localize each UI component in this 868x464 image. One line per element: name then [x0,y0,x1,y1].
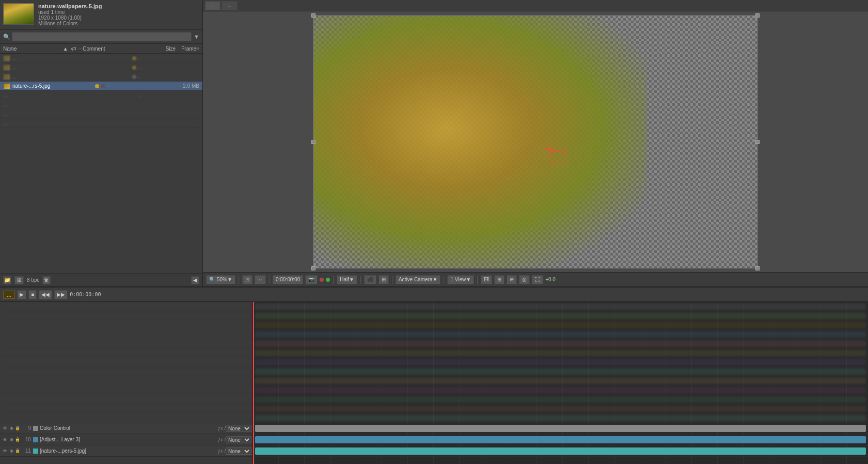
track-bar [255,387,866,393]
more-options-icon[interactable]: ··· [78,46,83,52]
layer-eye-9[interactable]: 👁 [1,425,8,432]
layer-lock-9[interactable]: 🔒 [14,425,21,431]
3d-button[interactable]: ⛶ [532,275,543,284]
overlay-button[interactable]: ⊞ [378,275,389,284]
layer-mode-10[interactable]: None Normal [226,436,251,443]
render-icon: 🎞 [484,277,489,282]
layer-name-10: [Adjust... Layer 3] [40,437,218,442]
file-info: nature-wallpapers-5.jpg used 1 time 1920… [38,3,199,26]
search-input[interactable] [12,32,192,41]
resize-mode-button[interactable]: ↔ [255,275,266,284]
layer-row[interactable] [0,330,252,339]
layer-solo-9[interactable]: ◉ [8,425,14,431]
layer-row[interactable] [0,311,252,321]
item-dot-2 [101,84,105,88]
view-dropdown[interactable]: 1 View ▼ [447,275,474,284]
tl-next-frame-button[interactable]: ▶▶ [54,290,68,299]
handle-top-left[interactable] [311,13,315,18]
track-row [253,302,868,311]
layer-mode-9[interactable]: None Normal [226,425,251,432]
view-label: 1 View [450,277,466,282]
layer-solo-11[interactable]: ◉ [8,448,14,454]
track-bar [255,406,866,412]
layer-row[interactable] [0,339,252,348]
list-item[interactable]: ... [0,109,202,119]
motion-blur-button[interactable]: ◎ [519,275,530,284]
layer-row[interactable] [0,386,252,395]
handle-top-right[interactable] [755,13,760,18]
grid-icon: ⊞ [497,277,501,282]
list-item-selected[interactable]: nature-...rs-5.jpg ··· 2.0 MB [0,82,202,91]
list-item[interactable]: ... ... [0,54,202,63]
layer-row[interactable] [0,358,252,367]
tl-play-button[interactable]: ▶ [17,290,26,299]
layer-row[interactable] [0,302,252,311]
layer-row[interactable] [0,348,252,358]
tl-prev-frame-button[interactable]: ◀◀ [39,290,52,299]
active-camera-dropdown[interactable]: Active Camera ▼ [396,275,440,284]
layer-solo-10[interactable]: ◉ [8,437,14,443]
sort-icon[interactable]: ▲ [62,45,69,52]
tab-comp-active[interactable]: ... [222,1,237,10]
layer-row-9[interactable]: 👁 ◉ 🔒 9 Color Control ƒx / None Normal [0,423,252,434]
list-item[interactable]: ... ... [0,72,202,82]
layer-mode-11[interactable]: None Normal [226,447,251,455]
channel-button[interactable]: ⬛ [364,275,376,284]
search-dropdown-icon[interactable]: ▼ [194,34,199,40]
grid-button[interactable]: ⊞ [494,275,504,284]
layer-switch-icons-11: ƒx / [218,449,226,454]
tab-comp-1[interactable]: ... [205,1,220,10]
handle-middle-left[interactable] [311,140,315,144]
tl-stop-button[interactable]: ■ [28,290,37,299]
fx-icon-9[interactable]: ƒx [218,426,223,431]
lock-icon: 🔒 [15,449,20,453]
layer-eye-10[interactable]: 👁 [1,436,8,443]
layer-num-11: 11 [21,448,31,454]
quality-dropdown[interactable]: Half ▼ [337,275,357,284]
layer-row[interactable] [0,321,252,330]
layer-row[interactable] [0,404,252,413]
layer-eye-11[interactable]: 👁 [1,447,8,455]
timecode-display[interactable]: 0:00:00:00 [273,275,303,284]
render-button[interactable]: 🎞 [481,275,492,284]
layer-row-10[interactable]: 👁 ◉ 🔒 10 [Adjust... Layer 3] ƒx / None N… [0,434,252,445]
separator-1 [239,276,239,284]
layer-row[interactable] [0,376,252,386]
layer-color-10 [33,437,38,442]
layer-lock-11[interactable]: 🔒 [14,448,21,454]
separator-7 [477,276,478,284]
bpc-label: 8 bpc [27,277,39,283]
fx-icon-11[interactable]: ƒx [218,449,223,454]
layer-lock-10[interactable]: 🔒 [14,437,21,443]
track-row [253,339,868,348]
expand-button[interactable]: ◀ [191,276,199,284]
list-item[interactable]: ... ... [0,91,202,100]
handle-bottom-left[interactable] [311,266,315,270]
delete-button[interactable]: 🗑 [42,276,51,284]
layer-switch-icons-10: ƒx / [218,437,226,442]
handle-middle-right[interactable] [755,140,760,144]
snap-button[interactable]: ⊕ [507,275,517,284]
label-icon[interactable]: 🏷 [70,45,77,52]
list-item[interactable]: ... ... [0,119,202,128]
fx-icon-10[interactable]: ƒx [218,437,223,442]
resize-fit-button[interactable]: ⊡ [242,275,252,284]
new-folder-button[interactable]: 📁 [3,276,11,284]
layer-row-11[interactable]: 👁 ◉ 🔒 11 [nature-...pers-5.jpg] ƒx / Non… [0,445,252,457]
list-item[interactable]: ... [0,100,202,109]
layer-row[interactable] [0,395,252,404]
item-size: 2.0 MB [168,83,199,89]
playhead[interactable] [253,302,254,464]
layer-row[interactable] [0,367,252,376]
handle-bottom-right[interactable] [755,266,760,270]
camera-button[interactable]: 📷 [305,275,318,284]
list-item[interactable]: ... ... [0,63,202,72]
item-name: ... [12,55,131,61]
layer-row[interactable] [0,413,252,423]
zoom-control[interactable]: 🔍 50% ▼ [206,275,235,284]
track-bar [255,396,866,403]
layer-switch-icons-9: ƒx / [218,426,226,431]
new-item-button[interactable]: ⊞ [14,276,24,284]
file-thumbnail[interactable] [3,3,34,25]
layer-name-11: [nature-...pers-5.jpg] [40,448,218,454]
